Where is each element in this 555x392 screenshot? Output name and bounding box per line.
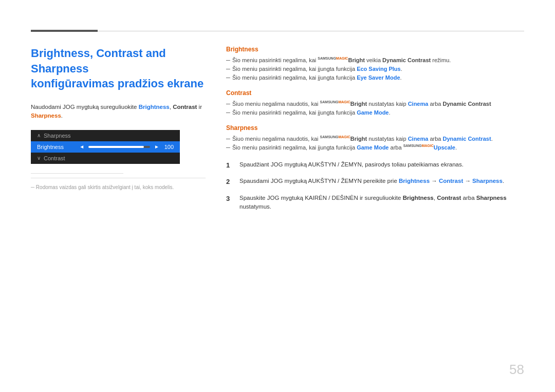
left-column: Brightness, Contrast and Sharpness konfi… xyxy=(31,46,206,371)
monitor-ui: ∧ Sharpness Brightness ◄ ► 100 ∨ xyxy=(31,130,180,164)
intro-brightness: Brightness xyxy=(139,104,170,110)
contrast-down-icon: ∨ xyxy=(37,155,41,161)
monitor-row-sharpness: ∧ Sharpness xyxy=(31,130,180,141)
brightness-slider-area: ◄ ► 100 xyxy=(79,144,174,150)
bullet-item: Šio meniu pasirinkti negalima, kai SAMSU… xyxy=(226,56,524,65)
sharpness-label: Sharpness xyxy=(44,133,174,139)
bullet-item: Šiuo meniu negalima naudotis, kai SAMSUN… xyxy=(226,135,524,143)
sharpness-up-icon: ∧ xyxy=(37,133,41,138)
intro-ir: ir xyxy=(197,104,202,110)
step-text: Spausdami JOG mygtuką AUKŠTYN / ŽEMYN pe… xyxy=(239,177,504,187)
step-number: 1 xyxy=(226,160,233,171)
bullet-item: Šio meniu pasirinkti negalima, kai įjung… xyxy=(226,143,524,152)
title-line2: konfigūravimas pradžios ekrane xyxy=(31,77,203,90)
section-bullets-sharpness: Šiuo meniu negalima naudotis, kai SAMSUN… xyxy=(226,135,524,152)
step-item: 1Spaudžiant JOG mygtuką AUKŠTYN / ŽEMYN,… xyxy=(226,160,524,171)
monitor-row-brightness: Brightness ◄ ► 100 xyxy=(31,141,180,153)
section-title-sharpness: Sharpness xyxy=(226,124,524,132)
intro-contrast: Contrast xyxy=(173,104,197,110)
top-rule xyxy=(31,31,524,31)
steps-list: 1Spaudžiant JOG mygtuką AUKŠTYN / ŽEMYN,… xyxy=(226,160,524,212)
slider-arrow-right: ► xyxy=(154,144,159,150)
monitor-row-contrast: ∨ Contrast xyxy=(31,153,180,164)
section-title-brightness: Brightness xyxy=(226,46,524,53)
page: Brightness, Contrast and Sharpness konfi… xyxy=(0,0,555,392)
brightness-label: Brightness xyxy=(37,144,79,150)
slider-fill xyxy=(88,146,144,148)
intro-text-before: Naudodami JOG mygtuką sureguliuokite xyxy=(31,104,139,110)
step-number: 2 xyxy=(226,177,233,187)
section-title-contrast: Contrast xyxy=(226,89,524,97)
intro-period: . xyxy=(61,113,63,119)
step-text: Spaudžiant JOG mygtuką AUKŠTYN / ŽEMYN, … xyxy=(239,160,464,171)
title-line1: Brightness, Contrast and Sharpness xyxy=(31,47,166,75)
section-bullets-brightness: Šio meniu pasirinkti negalima, kai SAMSU… xyxy=(226,56,524,82)
bullet-item: Šio meniu pasirinkti negalima, kai įjung… xyxy=(226,108,524,117)
bullet-item: Šio meniu pasirinkti negalima, kai įjung… xyxy=(226,73,524,82)
divider-line xyxy=(31,173,123,174)
step-number: 3 xyxy=(226,194,233,212)
slider-arrow-left: ◄ xyxy=(79,144,84,150)
contrast-label: Contrast xyxy=(44,155,174,161)
page-number: 58 xyxy=(509,362,524,378)
bullet-item: Šio meniu pasirinkti negalima, kai įjung… xyxy=(226,65,524,73)
content-area: Brightness, Contrast and Sharpness konfi… xyxy=(31,46,524,371)
slider-track xyxy=(88,146,150,148)
step-item: 2Spausdami JOG mygtuką AUKŠTYN / ŽEMYN p… xyxy=(226,177,524,187)
page-title: Brightness, Contrast and Sharpness konfi… xyxy=(31,46,206,91)
intro-paragraph: Naudodami JOG mygtuką sureguliuokite Bri… xyxy=(31,103,206,121)
note-text: ─ Rodomas vaizdas gali skirtis atsižvelg… xyxy=(31,178,206,191)
step-text: Spauskite JOG mygtuką KAIRĖN / DEŠINĖN i… xyxy=(239,194,524,212)
section-bullets-contrast: Šiuo meniu negalima naudotis, kai SAMSUN… xyxy=(226,100,524,117)
sections-container: BrightnessŠio meniu pasirinkti negalima,… xyxy=(226,46,524,152)
intro-sharpness: Sharpness xyxy=(31,113,61,119)
right-column: BrightnessŠio meniu pasirinkti negalima,… xyxy=(226,46,524,371)
brightness-value: 100 xyxy=(163,144,174,150)
bullet-item: Šiuo meniu negalima naudotis, kai SAMSUN… xyxy=(226,100,524,108)
step-item: 3Spauskite JOG mygtuką KAIRĖN / DEŠINĖN … xyxy=(226,194,524,212)
